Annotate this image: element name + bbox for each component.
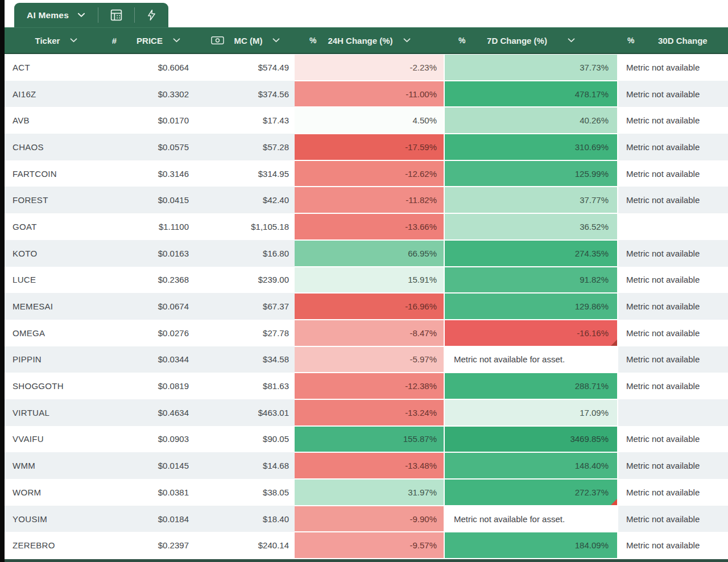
rank-cell[interactable] bbox=[108, 54, 121, 81]
ticker-cell[interactable]: KOTO bbox=[5, 240, 108, 267]
market-cap-cell[interactable]: $314.95 bbox=[196, 160, 295, 187]
percent-format-icon[interactable]: % bbox=[309, 36, 316, 45]
col-header-mc[interactable]: MC (M) bbox=[196, 28, 295, 53]
market-cap-cell[interactable]: $240.14 bbox=[196, 532, 295, 559]
change-7d-cell[interactable]: 91.82% bbox=[444, 267, 618, 294]
market-cap-cell[interactable]: $38.05 bbox=[196, 479, 295, 506]
col-header-24h-change[interactable]: % 24H Change (%) bbox=[295, 28, 444, 53]
ticker-cell[interactable]: YOUSIM bbox=[5, 506, 108, 532]
tab-ai-memes[interactable]: AI Memes bbox=[14, 3, 98, 27]
market-cap-cell[interactable]: $27.78 bbox=[196, 320, 295, 346]
change-30d-cell[interactable]: Metric not available bbox=[618, 532, 728, 559]
market-cap-cell[interactable]: $574.49 bbox=[196, 54, 295, 81]
price-cell[interactable]: $0.2397 bbox=[121, 532, 196, 559]
col-header-7d-change[interactable]: % 7D Change (%) bbox=[444, 28, 618, 53]
price-cell[interactable]: $0.0674 bbox=[121, 293, 196, 320]
price-cell[interactable]: $0.0381 bbox=[121, 479, 196, 506]
ticker-cell[interactable]: ACT bbox=[5, 54, 108, 81]
rank-cell[interactable] bbox=[108, 346, 121, 373]
price-cell[interactable]: $0.0415 bbox=[121, 187, 196, 213]
change-30d-cell[interactable]: Metric not available bbox=[618, 107, 728, 134]
change-7d-cell[interactable]: 40.26% bbox=[444, 107, 618, 134]
rank-cell[interactable] bbox=[108, 399, 121, 426]
ticker-cell[interactable]: AI16Z bbox=[5, 81, 108, 108]
percent-format-icon[interactable]: % bbox=[627, 36, 634, 45]
ticker-cell[interactable]: ZEREBRO bbox=[5, 532, 108, 559]
change-30d-cell[interactable]: Metric not available bbox=[618, 293, 728, 320]
rank-cell[interactable] bbox=[108, 320, 121, 346]
market-cap-cell[interactable]: $17.43 bbox=[196, 107, 295, 134]
change-7d-cell[interactable]: 125.99% bbox=[444, 160, 618, 187]
market-cap-cell[interactable]: $81.63 bbox=[196, 373, 295, 399]
price-cell[interactable]: $1.1100 bbox=[121, 213, 196, 240]
ticker-cell[interactable]: PIPPIN bbox=[5, 346, 108, 373]
ticker-cell[interactable]: VVAIFU bbox=[5, 426, 108, 453]
ticker-cell[interactable]: LUCE bbox=[5, 267, 108, 294]
change-24h-cell[interactable]: 4.50% bbox=[295, 107, 444, 134]
change-7d-cell[interactable]: 288.71% bbox=[444, 373, 618, 399]
change-30d-cell[interactable]: Metric not available bbox=[618, 54, 728, 81]
market-cap-cell[interactable]: $239.00 bbox=[196, 267, 295, 294]
change-24h-cell[interactable]: 155.87% bbox=[295, 426, 444, 453]
market-cap-cell[interactable]: $34.58 bbox=[196, 346, 295, 373]
market-cap-cell[interactable]: $90.05 bbox=[196, 426, 295, 453]
change-24h-cell[interactable]: -16.96% bbox=[295, 293, 444, 320]
change-30d-cell[interactable]: Metric not available bbox=[618, 479, 728, 506]
change-7d-cell[interactable]: 184.09% bbox=[444, 532, 618, 559]
change-24h-cell[interactable]: -13.24% bbox=[295, 399, 444, 426]
change-30d-cell[interactable]: Metric not available bbox=[618, 346, 728, 373]
change-24h-cell[interactable]: -12.38% bbox=[295, 373, 444, 399]
rank-cell[interactable] bbox=[108, 187, 121, 213]
ticker-cell[interactable]: VIRTUAL bbox=[5, 399, 108, 426]
pivot-table-button[interactable] bbox=[98, 3, 134, 27]
market-cap-cell[interactable]: $42.40 bbox=[196, 187, 295, 213]
change-24h-cell[interactable]: -13.66% bbox=[295, 213, 444, 240]
ticker-cell[interactable]: FOREST bbox=[5, 187, 108, 213]
change-24h-cell[interactable]: -9.57% bbox=[295, 532, 444, 559]
rank-cell[interactable] bbox=[108, 81, 121, 108]
market-cap-cell[interactable]: $463.01 bbox=[196, 399, 295, 426]
change-30d-cell[interactable]: Metric not available bbox=[618, 134, 728, 160]
market-cap-cell[interactable]: $374.56 bbox=[196, 81, 295, 108]
change-30d-cell[interactable]: Metric not available bbox=[618, 373, 728, 399]
change-24h-cell[interactable]: 66.95% bbox=[295, 240, 444, 267]
change-7d-cell[interactable]: 148.40% bbox=[444, 452, 618, 479]
change-7d-cell[interactable]: -16.16% bbox=[444, 320, 618, 346]
change-7d-cell[interactable]: 274.35% bbox=[444, 240, 618, 267]
change-30d-cell[interactable]: Metric not available bbox=[618, 320, 728, 346]
rank-cell[interactable] bbox=[108, 134, 121, 160]
price-cell[interactable]: $0.0276 bbox=[121, 320, 196, 346]
market-cap-cell[interactable]: $1,105.18 bbox=[196, 213, 295, 240]
price-cell[interactable]: $0.0575 bbox=[121, 134, 196, 160]
change-24h-cell[interactable]: -17.59% bbox=[295, 134, 444, 160]
price-cell[interactable]: $0.2368 bbox=[121, 267, 196, 294]
price-cell[interactable]: $0.0344 bbox=[121, 346, 196, 373]
price-cell[interactable]: $0.4634 bbox=[121, 399, 196, 426]
ticker-cell[interactable]: WORM bbox=[5, 479, 108, 506]
change-7d-cell[interactable]: 129.86% bbox=[444, 293, 618, 320]
ticker-cell[interactable]: GOAT bbox=[5, 213, 108, 240]
change-30d-cell[interactable]: Metric not available bbox=[618, 452, 728, 479]
change-30d-cell[interactable] bbox=[618, 213, 728, 240]
change-7d-cell[interactable]: Metric not available for asset. bbox=[444, 506, 618, 532]
change-7d-cell[interactable]: 272.37% bbox=[444, 479, 618, 506]
change-7d-cell[interactable]: 3469.85% bbox=[444, 426, 618, 453]
ticker-cell[interactable]: FARTCOIN bbox=[5, 160, 108, 187]
ticker-cell[interactable]: CHAOS bbox=[5, 134, 108, 160]
price-cell[interactable]: $0.0170 bbox=[121, 107, 196, 134]
rank-cell[interactable] bbox=[108, 373, 121, 399]
change-24h-cell[interactable]: -9.90% bbox=[295, 506, 444, 532]
price-cell[interactable]: $0.3146 bbox=[121, 160, 196, 187]
rank-cell[interactable] bbox=[108, 452, 121, 479]
change-24h-cell[interactable]: -11.00% bbox=[295, 81, 444, 108]
ticker-cell[interactable]: OMEGA bbox=[5, 320, 108, 346]
change-7d-cell[interactable]: 37.73% bbox=[444, 54, 618, 81]
market-cap-cell[interactable]: $57.28 bbox=[196, 134, 295, 160]
rank-cell[interactable] bbox=[108, 426, 121, 453]
market-cap-cell[interactable]: $67.37 bbox=[196, 293, 295, 320]
price-cell[interactable]: $0.0145 bbox=[121, 452, 196, 479]
change-24h-cell[interactable]: -13.48% bbox=[295, 452, 444, 479]
market-cap-cell[interactable]: $18.40 bbox=[196, 506, 295, 532]
col-header-ticker[interactable]: Ticker bbox=[5, 28, 108, 53]
rank-cell[interactable] bbox=[108, 506, 121, 532]
